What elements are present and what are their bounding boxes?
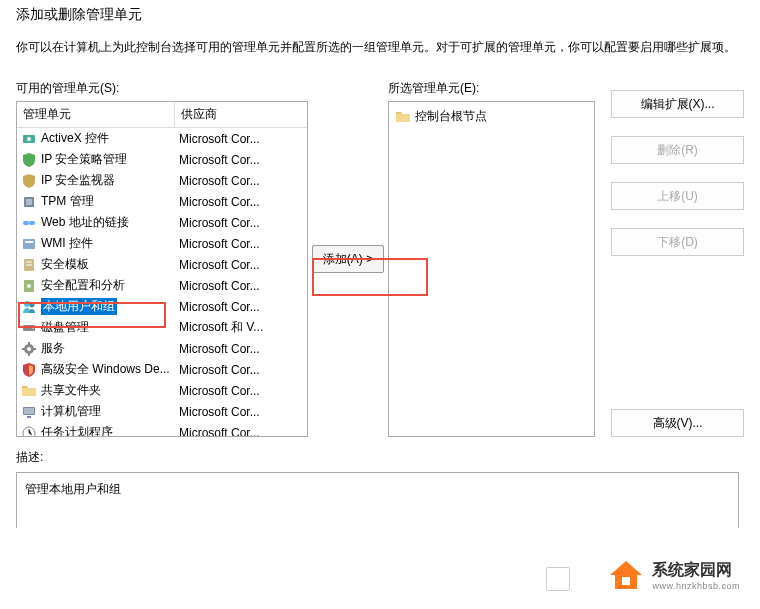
list-item[interactable]: ActiveX 控件Microsoft Cor... (17, 128, 307, 149)
list-item[interactable]: 高级安全 Windows De...Microsoft Cor... (17, 359, 307, 380)
svg-point-10 (27, 284, 31, 288)
item-name: 本地用户和组 (41, 298, 117, 315)
item-name: TPM 管理 (41, 193, 94, 210)
item-vendor: Microsoft Cor... (175, 300, 307, 314)
list-header[interactable]: 管理单元 供应商 (17, 102, 307, 128)
brand-url: www.hnzkhbsb.com (652, 581, 740, 591)
item-vendor: Microsoft Cor... (175, 216, 307, 230)
list-item[interactable]: WMI 控件Microsoft Cor... (17, 233, 307, 254)
svg-rect-19 (27, 416, 31, 418)
item-name: 共享文件夹 (41, 382, 101, 399)
item-name: ActiveX 控件 (41, 130, 109, 147)
edit-extensions-button[interactable]: 编辑扩展(X)... (611, 90, 744, 118)
available-column: 可用的管理单元(S): 管理单元 供应商 ActiveX 控件Microsoft… (16, 80, 308, 437)
activex-icon (21, 131, 37, 147)
tree-root-item[interactable]: 控制台根节点 (393, 106, 590, 127)
item-name: 服务 (41, 340, 65, 357)
item-vendor: Microsoft Cor... (175, 363, 307, 377)
list-item[interactable]: Web 地址的链接Microsoft Cor... (17, 212, 307, 233)
item-vendor: Microsoft Cor... (175, 258, 307, 272)
item-vendor: Microsoft Cor... (175, 384, 307, 398)
item-name: 计算机管理 (41, 403, 101, 420)
svg-point-12 (30, 302, 35, 307)
available-label: 可用的管理单元(S): (16, 80, 308, 97)
svg-rect-18 (24, 408, 34, 414)
branding-logo: 系统家园网 www.hnzkhbsb.com (608, 559, 740, 591)
list-item[interactable]: 服务Microsoft Cor... (17, 338, 307, 359)
item-name: 安全配置和分析 (41, 277, 125, 294)
advanced-button[interactable]: 高级(V)... (611, 409, 744, 437)
column-header-name[interactable]: 管理单元 (17, 102, 175, 127)
list-item[interactable]: 任务计划程序Microsoft Cor... (17, 422, 307, 437)
checkbox-placeholder (546, 567, 570, 591)
item-vendor: Microsoft Cor... (175, 132, 307, 146)
add-button[interactable]: 添加(A) > (312, 245, 384, 273)
clock-icon (21, 425, 37, 438)
shield-g-icon (21, 152, 37, 168)
item-name: IP 安全策略管理 (41, 151, 127, 168)
users-icon (21, 299, 37, 315)
shield-y-icon (21, 173, 37, 189)
item-vendor: Microsoft Cor... (175, 237, 307, 251)
dialog-description: 你可以在计算机上为此控制台选择可用的管理单元并配置所选的一组管理单元。对于可扩展… (0, 30, 760, 80)
list-item[interactable]: TPM 管理Microsoft Cor... (17, 191, 307, 212)
gear-icon (21, 341, 37, 357)
selected-label: 所选管理单元(E): (388, 80, 595, 97)
list-item[interactable]: 计算机管理Microsoft Cor... (17, 401, 307, 422)
item-name: IP 安全监视器 (41, 172, 115, 189)
item-name: 高级安全 Windows De... (41, 361, 170, 378)
item-vendor: Microsoft Cor... (175, 195, 307, 209)
item-name: 安全模板 (41, 256, 89, 273)
dialog-title: 添加或删除管理单元 (0, 0, 760, 30)
selected-listbox[interactable]: 控制台根节点 (388, 101, 595, 437)
svg-rect-21 (622, 577, 630, 585)
list-item[interactable]: 共享文件夹Microsoft Cor... (17, 380, 307, 401)
item-vendor: Microsoft Cor... (175, 342, 307, 356)
link-icon (21, 215, 37, 231)
item-vendor: Microsoft Cor... (175, 153, 307, 167)
list-body[interactable]: ActiveX 控件Microsoft Cor...IP 安全策略管理Micro… (17, 128, 307, 437)
item-vendor: Microsoft Cor... (175, 426, 307, 438)
move-down-button: 下移(D) (611, 228, 744, 256)
folder-icon (21, 383, 37, 399)
main-content: 可用的管理单元(S): 管理单元 供应商 ActiveX 控件Microsoft… (0, 80, 760, 437)
description-section: 描述: 管理本地用户和组 (0, 437, 760, 528)
list-item[interactable]: 安全模板Microsoft Cor... (17, 254, 307, 275)
list-item[interactable]: 磁盘管理Microsoft 和 V... (17, 317, 307, 338)
svg-rect-3 (26, 199, 32, 205)
house-icon (608, 559, 644, 591)
list-item[interactable]: IP 安全策略管理Microsoft Cor... (17, 149, 307, 170)
list-item[interactable]: 本地用户和组Microsoft Cor... (17, 296, 307, 317)
available-listbox[interactable]: 管理单元 供应商 ActiveX 控件Microsoft Cor...IP 安全… (16, 101, 308, 437)
list-item[interactable]: 安全配置和分析Microsoft Cor... (17, 275, 307, 296)
item-vendor: Microsoft Cor... (175, 405, 307, 419)
svg-point-16 (27, 347, 31, 351)
column-header-vendor[interactable]: 供应商 (175, 102, 307, 127)
computer-icon (21, 404, 37, 420)
middle-column: 添加(A) > (308, 80, 388, 437)
svg-rect-6 (23, 239, 35, 249)
wmi-icon (21, 236, 37, 252)
svg-point-14 (32, 327, 34, 329)
item-name: Web 地址的链接 (41, 214, 129, 231)
description-label: 描述: (16, 449, 744, 466)
config-icon (21, 278, 37, 294)
list-item[interactable]: IP 安全监视器Microsoft Cor... (17, 170, 307, 191)
brand-name: 系统家园网 (652, 560, 740, 581)
selected-column: 所选管理单元(E): 控制台根节点 (388, 80, 595, 437)
tree-root-label: 控制台根节点 (415, 108, 487, 125)
template-icon (21, 257, 37, 273)
item-name: WMI 控件 (41, 235, 93, 252)
folder-icon (395, 109, 411, 125)
remove-button: 删除(R) (611, 136, 744, 164)
chip-icon (21, 194, 37, 210)
description-text: 管理本地用户和组 (25, 482, 121, 496)
item-vendor: Microsoft Cor... (175, 279, 307, 293)
svg-rect-4 (23, 221, 29, 225)
firewall-icon (21, 362, 37, 378)
svg-point-11 (24, 301, 30, 307)
action-buttons-column: 编辑扩展(X)... 删除(R) 上移(U) 下移(D) 高级(V)... (595, 80, 744, 437)
disk-icon (21, 320, 37, 336)
item-vendor: Microsoft 和 V... (175, 319, 307, 336)
svg-rect-7 (25, 241, 33, 243)
